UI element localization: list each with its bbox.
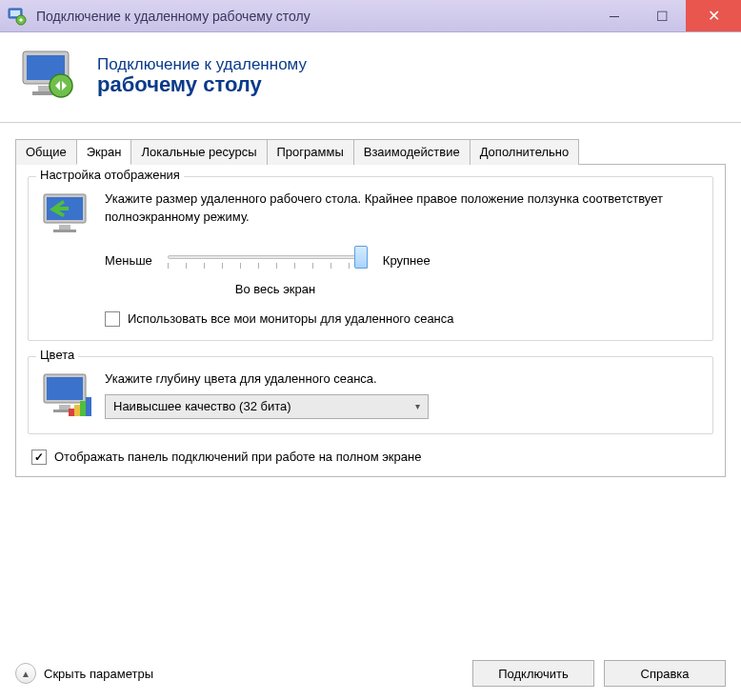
help-button[interactable]: Справка xyxy=(604,660,726,687)
dropdown-arrow-icon: ▾ xyxy=(415,401,420,411)
dialog-header: Подключение к удаленному рабочему столу xyxy=(0,32,741,123)
slider-min-label: Меньше xyxy=(105,253,152,268)
minimize-button[interactable]: ─ xyxy=(591,0,638,31)
display-settings-group: Настройка отображения Укажите размер уда… xyxy=(28,176,713,341)
resolution-slider[interactable] xyxy=(168,246,368,276)
tab-programs[interactable]: Программы xyxy=(267,139,354,165)
show-connection-bar-label: Отображать панель подключений при работе… xyxy=(54,450,421,464)
svg-rect-13 xyxy=(47,377,83,400)
tabs-bar: Общие Экран Локальные ресурсы Программы … xyxy=(15,138,726,165)
title-bar: Подключение к удаленному рабочему столу … xyxy=(0,0,741,32)
slider-value-caption: Во весь экран xyxy=(175,282,375,296)
collapse-arrow-icon: ▲ xyxy=(15,663,36,684)
tab-display[interactable]: Экран xyxy=(76,139,132,165)
colors-group-title: Цвета xyxy=(36,348,78,362)
show-connection-bar-checkbox[interactable] xyxy=(31,450,47,465)
tab-general[interactable]: Общие xyxy=(15,139,77,165)
svg-rect-19 xyxy=(86,397,91,416)
rdp-monitor-icon xyxy=(19,46,80,107)
svg-rect-18 xyxy=(80,401,86,416)
display-size-icon xyxy=(42,190,91,240)
color-depth-select[interactable]: Наивысшее качество (32 бита) ▾ xyxy=(105,394,429,419)
tab-experience[interactable]: Взаимодействие xyxy=(353,139,471,165)
tab-content-display: Настройка отображения Укажите размер уда… xyxy=(15,165,726,477)
use-all-monitors-label: Использовать все мои мониторы для удален… xyxy=(128,311,454,326)
slider-max-label: Крупнее xyxy=(383,253,431,268)
connect-button[interactable]: Подключить xyxy=(472,660,594,687)
svg-rect-16 xyxy=(69,409,74,416)
slider-thumb[interactable] xyxy=(354,246,368,269)
svg-rect-1 xyxy=(10,10,20,16)
colors-description: Укажите глубину цвета для удаленного сеа… xyxy=(105,370,699,389)
tab-advanced[interactable]: Дополнительно xyxy=(470,139,580,165)
hide-options-label: Скрыть параметры xyxy=(44,667,153,681)
use-all-monitors-checkbox[interactable] xyxy=(105,311,120,327)
window-title: Подключение к удаленному рабочему столу xyxy=(36,9,591,24)
color-depth-icon xyxy=(42,370,91,420)
close-button[interactable]: ✕ xyxy=(686,0,741,31)
tab-local-resources[interactable]: Локальные ресурсы xyxy=(130,139,267,165)
color-depth-value: Наивысшее качество (32 бита) xyxy=(113,399,291,413)
svg-rect-11 xyxy=(53,230,76,232)
svg-rect-17 xyxy=(74,405,80,416)
header-line1: Подключение к удаленному xyxy=(97,55,307,74)
colors-group: Цвета xyxy=(28,356,713,434)
hide-options-link[interactable]: ▲ Скрыть параметры xyxy=(15,663,153,684)
display-group-title: Настройка отображения xyxy=(36,168,184,182)
svg-rect-10 xyxy=(59,225,70,230)
app-icon xyxy=(8,7,27,26)
display-description: Укажите размер удаленного рабочего стола… xyxy=(105,190,699,227)
svg-point-7 xyxy=(50,74,72,97)
maximize-button[interactable]: ☐ xyxy=(638,0,686,31)
header-line2: рабочему столу xyxy=(97,72,307,97)
